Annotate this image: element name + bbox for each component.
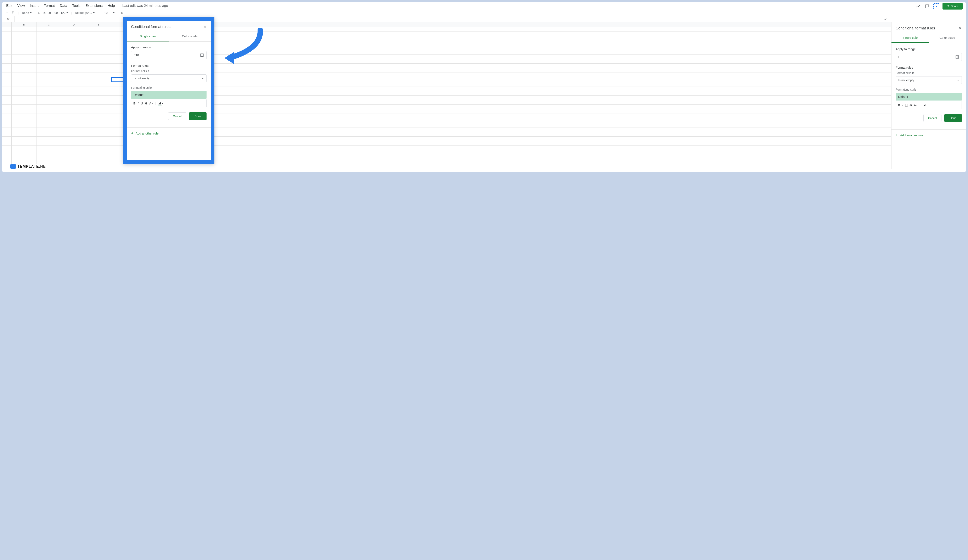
panel-title: Conditional format rules [896, 26, 935, 30]
grid-icon[interactable] [955, 55, 959, 59]
format-cells-if-label: Format cells if… [896, 71, 962, 74]
menu-data[interactable]: Data [60, 4, 67, 8]
plus-icon: + [131, 131, 134, 136]
apply-to-range-label: Apply to range [896, 47, 962, 51]
underline-button[interactable]: U [905, 103, 908, 107]
present-icon[interactable]: ▲ [933, 3, 939, 9]
panel-title: Conditional format rules [131, 25, 171, 29]
cancel-button[interactable]: Cancel [923, 114, 941, 122]
plus-icon: + [896, 133, 898, 138]
range-input[interactable]: E [896, 53, 962, 61]
menu-insert[interactable]: Insert [30, 4, 39, 8]
fontsize-dropdown[interactable]: 10 [104, 11, 115, 15]
condition-dropdown[interactable]: Is not empty [131, 74, 207, 82]
comment-icon[interactable] [924, 3, 930, 9]
tab-color-scale[interactable]: Color scale [929, 33, 966, 43]
dec-decrease-button[interactable]: .0 [48, 11, 51, 15]
condition-value: Is not empty [134, 77, 149, 80]
underline-button[interactable]: U [141, 102, 143, 105]
close-icon[interactable]: ✕ [959, 26, 962, 30]
format-toolbar: B I U S A▾ | ◢▾ [896, 101, 962, 109]
strike-button[interactable]: S [910, 103, 912, 107]
text-color-button[interactable]: A▾ [149, 102, 153, 105]
percent-button[interactable]: % [43, 11, 45, 15]
chevron-down-icon [202, 78, 204, 79]
app-frame: Edit View Insert Format Data Tools Exten… [2, 2, 966, 172]
default-style-preview[interactable]: Default [896, 93, 962, 101]
condition-dropdown[interactable]: Is not empty [896, 76, 962, 84]
range-input[interactable]: E10 [131, 51, 207, 59]
formatting-style-label: Formatting style [131, 86, 207, 89]
font-dropdown[interactable]: Default (Ari... [75, 11, 98, 15]
bold-button[interactable]: B [121, 11, 123, 15]
col-header[interactable]: D [61, 22, 86, 27]
undo-icon[interactable] [5, 11, 9, 15]
done-button[interactable]: Done [189, 112, 207, 120]
fill-color-button[interactable]: ◢▾ [922, 103, 928, 107]
paint-icon[interactable] [12, 11, 15, 15]
add-another-rule[interactable]: + Add another rule [127, 127, 211, 139]
italic-button[interactable]: I [902, 103, 903, 107]
done-button[interactable]: Done [944, 114, 962, 122]
bold-button[interactable]: B [133, 102, 136, 105]
add-another-rule[interactable]: + Add another rule [892, 129, 966, 141]
highlighted-overlay: Conditional format rules ✕ Single color … [123, 17, 214, 164]
text-color-button[interactable]: A▾ [914, 103, 917, 107]
chevron-down-icon [957, 80, 959, 81]
top-right-actions: ▲ Share [915, 3, 963, 10]
brand-suffix: .NET [39, 164, 48, 168]
range-value: E10 [134, 53, 139, 57]
annotation-arrow [223, 28, 264, 65]
zoom-dropdown[interactable]: 100% [22, 11, 32, 15]
panel-tabs: Single colo Color scale [892, 33, 966, 43]
range-value: E [898, 55, 900, 59]
fill-color-button[interactable]: ◢▾ [158, 101, 163, 106]
bold-button[interactable]: B [898, 103, 900, 107]
brand-watermark: T TEMPLATE.NET [10, 164, 48, 169]
menu-tools[interactable]: Tools [72, 4, 80, 8]
currency-button[interactable]: $ [38, 11, 40, 15]
menu-format[interactable]: Format [43, 4, 55, 8]
apply-to-range-label: Apply to range [131, 45, 207, 49]
add-rule-label: Add another rule [900, 134, 923, 137]
last-edit-link[interactable]: Last edit was 24 minutes ago [123, 4, 168, 8]
share-button[interactable]: Share [943, 3, 963, 10]
grid-icon[interactable] [200, 53, 204, 57]
col-header[interactable]: C [36, 22, 61, 27]
add-rule-label: Add another rule [136, 132, 159, 135]
default-style-preview[interactable]: Default [131, 91, 207, 99]
conditional-format-panel: Conditional format rules ✕ Single colo C… [891, 22, 966, 169]
tab-single-color[interactable]: Single color [127, 31, 169, 41]
col-header[interactable]: E [86, 22, 111, 27]
fx-label: fx [2, 16, 15, 22]
formatting-style-label: Formatting style [896, 88, 962, 91]
share-label: Share [951, 5, 958, 8]
format-rules-label: Format rules [131, 64, 207, 67]
col-header[interactable]: B [12, 22, 36, 27]
format-toolbar: B I U S A▾ | ◢▾ [131, 99, 207, 107]
condition-value: Is not empty [898, 79, 914, 82]
close-icon[interactable]: ✕ [204, 25, 207, 29]
tab-color-scale[interactable]: Color scale [169, 31, 211, 41]
menu-edit[interactable]: Edit [6, 4, 12, 8]
brand-icon: T [10, 164, 16, 169]
format-rules-label: Format rules [896, 66, 962, 69]
toolbar: | 100% | $ % .0 .00 123 | Default (Ari..… [2, 10, 966, 16]
menu-extensions[interactable]: Extensions [85, 4, 103, 8]
menu-help[interactable]: Help [108, 4, 115, 8]
select-all-corner[interactable] [2, 22, 12, 27]
format-cells-if-label: Format cells if… [131, 69, 207, 73]
brand-name: TEMPLATE [17, 164, 39, 168]
strike-button[interactable]: S [145, 102, 147, 105]
collapse-caret-icon[interactable] [883, 17, 887, 22]
trend-icon[interactable] [915, 3, 921, 9]
cancel-button[interactable]: Cancel [168, 112, 186, 120]
number-format-dropdown[interactable]: 123 [61, 11, 68, 15]
italic-button[interactable]: I [138, 102, 139, 105]
dec-increase-button[interactable]: .00 [54, 11, 58, 15]
tab-single-color[interactable]: Single colo [892, 33, 929, 43]
menu-view[interactable]: View [17, 4, 25, 8]
menu-bar: Edit View Insert Format Data Tools Exten… [2, 2, 966, 10]
